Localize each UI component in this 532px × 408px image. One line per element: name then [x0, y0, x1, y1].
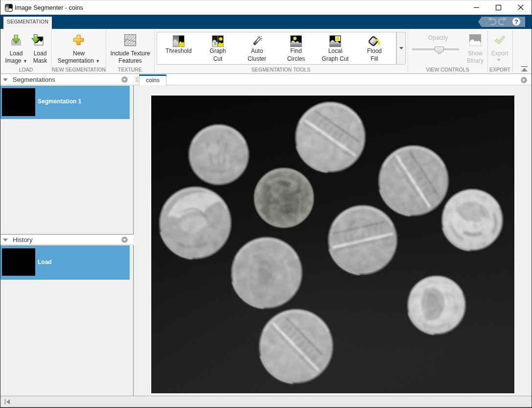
svg-text:?: ?: [514, 18, 518, 25]
